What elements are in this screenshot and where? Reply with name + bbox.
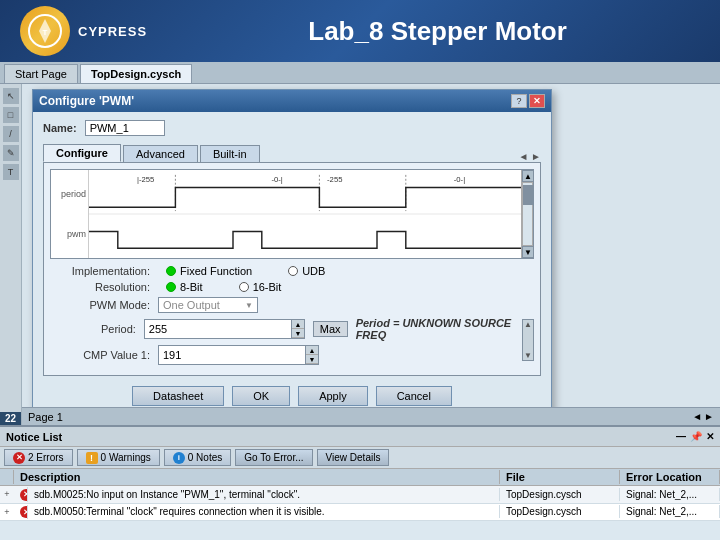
dialog-body: Name: PWM_1 Configure Advanced Built-in …	[33, 112, 551, 414]
tab-top-design[interactable]: TopDesign.cysch	[80, 64, 192, 83]
errors-button[interactable]: ✕ 2 Errors	[4, 449, 73, 466]
ok-button[interactable]: OK	[232, 386, 290, 406]
notice-pin[interactable]: 📌	[690, 431, 702, 442]
errors-label: 2 Errors	[28, 452, 64, 463]
table-row[interactable]: + ✕ sdb.M0025:No input on Instance "PWM_…	[0, 486, 720, 504]
pwm-mode-label: PWM Mode:	[50, 299, 150, 311]
dialog-overlay: Configure 'PWM' ? ✕ Name: PWM_1	[32, 89, 715, 420]
waveform-labels: period pwm	[51, 170, 89, 258]
tab-bar: Start Page TopDesign.cysch	[0, 62, 720, 84]
period-increment-btn[interactable]: ▲	[292, 320, 304, 329]
nav-right[interactable]: ►	[704, 411, 714, 422]
svg-text:|-255: |-255	[137, 175, 154, 184]
notice-title: Notice List	[6, 431, 62, 443]
tab-advanced[interactable]: Advanced	[123, 145, 198, 162]
row2-icon: ✕	[14, 505, 28, 520]
dialog-action-row: Datasheet OK Apply Cancel	[43, 382, 541, 406]
scrollbar-thumb[interactable]	[523, 185, 533, 205]
period-spinbox[interactable]: ▲ ▼	[144, 319, 305, 339]
cmp-label: CMP Value 1:	[50, 349, 150, 361]
8bit-label: 8-Bit	[180, 281, 203, 293]
waveform-pwm-label: pwm	[53, 229, 86, 239]
row2-error-icon: ✕	[20, 506, 28, 518]
notice-col-headers: Description File Error Location	[0, 469, 720, 486]
name-row: Name: PWM_1	[43, 120, 541, 136]
row1-error-icon: ✕	[20, 489, 28, 501]
row2-description: sdb.M0050:Terminal "clock" requires conn…	[28, 505, 500, 518]
cmp-input[interactable]	[159, 348, 305, 362]
waveform-scrollbar[interactable]: ▲ ▼	[521, 170, 533, 258]
tab-start-page[interactable]: Start Page	[4, 64, 78, 83]
period-input[interactable]	[145, 322, 291, 336]
scrollbar-track[interactable]	[522, 182, 533, 246]
toolbar-line-icon[interactable]: /	[3, 126, 19, 142]
notice-close[interactable]: —	[676, 431, 686, 442]
tab-built-in[interactable]: Built-in	[200, 145, 260, 162]
period-row: Period: ▲ ▼ Max	[50, 317, 518, 341]
pwm-mode-dropdown[interactable]: One Output ▼	[158, 297, 258, 313]
notes-button[interactable]: i 0 Notes	[164, 449, 231, 466]
period-decrement-btn[interactable]: ▼	[292, 329, 304, 338]
right-scrollbar[interactable]: ▲ ▼	[522, 319, 534, 361]
logo: T CYPRESS	[20, 6, 147, 56]
period-label: Period:	[50, 323, 136, 335]
max-button[interactable]: Max	[313, 321, 348, 337]
tab-arrows[interactable]: ◄ ►	[518, 151, 541, 162]
fixed-function-radio-btn[interactable]	[166, 266, 176, 276]
app-header: T CYPRESS Lab_8 Stepper Motor	[0, 0, 720, 62]
dialog-tabs: Configure Advanced Built-in ◄ ►	[43, 144, 541, 162]
period-note: Period = UNKNOWN SOURCE FREQ	[356, 317, 518, 341]
resolution-8bit-radio[interactable]: 8-Bit	[166, 281, 203, 293]
implementation-row: Implementation: Fixed Function UDB	[50, 265, 534, 277]
toolbar-pointer-icon[interactable]: ↖	[3, 88, 19, 104]
cmp-increment-btn[interactable]: ▲	[306, 346, 318, 355]
warnings-label: 0 Warnings	[101, 452, 151, 463]
notice-list: Notice List — 📌 ✕ ✕ 2 Errors ! 0 Warning…	[0, 425, 720, 540]
tab-configure[interactable]: Configure	[43, 144, 121, 162]
implementation-udb-radio[interactable]: UDB	[288, 265, 325, 277]
toolbar-text-icon[interactable]: T	[3, 164, 19, 180]
dialog-close-button[interactable]: ✕	[529, 94, 545, 108]
right-scroll-down[interactable]: ▼	[524, 351, 532, 360]
row1-file: TopDesign.cysch	[500, 488, 620, 501]
row1-location: Signal: Net_2,...	[620, 488, 720, 501]
apply-button[interactable]: Apply	[298, 386, 368, 406]
page-nav[interactable]: ◄ ►	[692, 411, 714, 422]
cmp-spinbox[interactable]: ▲ ▼	[158, 345, 319, 365]
svg-text:-0-|: -0-|	[454, 175, 465, 184]
row1-description: sdb.M0025:No input on Instance "PWM_1", …	[28, 488, 500, 501]
cmp-decrement-btn[interactable]: ▼	[306, 355, 318, 364]
resolution-16bit-radio[interactable]: 16-Bit	[239, 281, 282, 293]
toolbar-rect-icon[interactable]: □	[3, 107, 19, 123]
right-scroll-up[interactable]: ▲	[524, 320, 532, 329]
page-indicator: Page 1 ◄ ►	[22, 407, 720, 425]
dialog-help-button[interactable]: ?	[511, 94, 527, 108]
period-section: Period: ▲ ▼ Max	[50, 317, 534, 369]
cancel-button[interactable]: Cancel	[376, 386, 452, 406]
notes-label: 0 Notes	[188, 452, 222, 463]
scrollbar-up-btn[interactable]: ▲	[522, 170, 534, 182]
notice-header: Notice List — 📌 ✕	[0, 427, 720, 447]
notice-x[interactable]: ✕	[706, 431, 714, 442]
go-to-error-button[interactable]: Go To Error...	[235, 449, 312, 466]
notice-table: Description File Error Location + ✕ sdb.…	[0, 469, 720, 540]
table-row[interactable]: + ✕ sdb.M0050:Terminal "clock" requires …	[0, 504, 720, 522]
name-value[interactable]: PWM_1	[85, 120, 165, 136]
scrollbar-down-btn[interactable]: ▼	[522, 246, 534, 258]
16bit-radio-btn[interactable]	[239, 282, 249, 292]
row2-expand[interactable]: +	[0, 507, 14, 517]
view-details-button[interactable]: View Details	[317, 449, 390, 466]
toolbar-pen-icon[interactable]: ✎	[3, 145, 19, 161]
datasheet-button[interactable]: Datasheet	[132, 386, 224, 406]
implementation-fixed-radio[interactable]: Fixed Function	[166, 265, 252, 277]
udb-radio-btn[interactable]	[288, 266, 298, 276]
warnings-button[interactable]: ! 0 Warnings	[77, 449, 160, 466]
row1-expand[interactable]: +	[0, 489, 14, 499]
period-spinbox-btns: ▲ ▼	[291, 320, 304, 338]
fixed-function-label: Fixed Function	[180, 265, 252, 277]
left-toolbar: ↖ □ / ✎ T	[0, 84, 22, 425]
nav-left[interactable]: ◄	[692, 411, 702, 422]
8bit-radio-btn[interactable]	[166, 282, 176, 292]
logo-text: CYPRESS	[78, 24, 147, 39]
waveform-period-label: period	[53, 189, 86, 199]
